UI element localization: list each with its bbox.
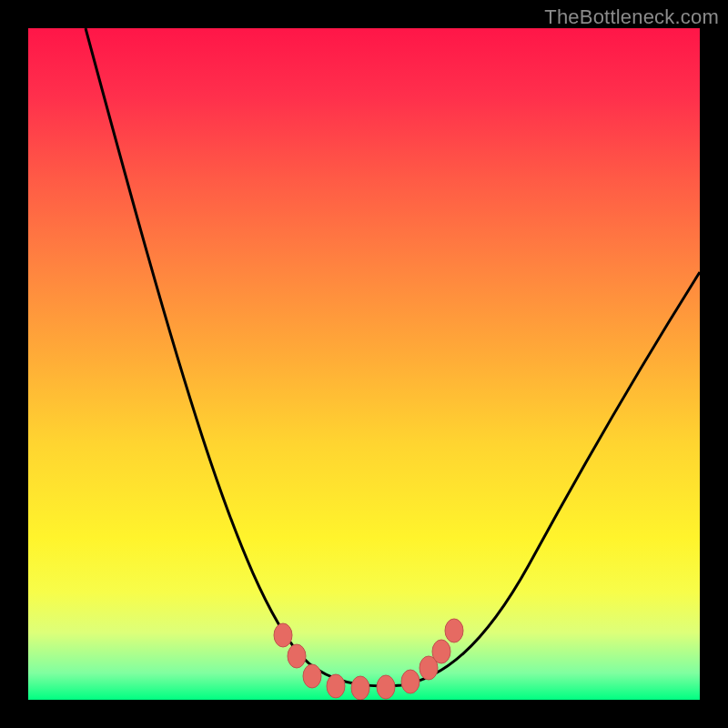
- watermark-label: TheBottleneck.com: [544, 5, 719, 29]
- curve-marker: [288, 644, 306, 668]
- chart-plot-area: [28, 28, 700, 700]
- curve-marker: [351, 676, 369, 700]
- curve-marker: [445, 619, 463, 642]
- curve-marker: [303, 664, 321, 688]
- curve-marker: [274, 623, 292, 647]
- curve-marker: [432, 640, 450, 663]
- curve-marker: [377, 675, 395, 699]
- bottleneck-curve: [86, 28, 700, 686]
- chart-svg: [28, 28, 700, 700]
- curve-marker: [327, 674, 345, 698]
- curve-marker: [401, 670, 420, 693]
- curve-markers-group: [274, 619, 463, 700]
